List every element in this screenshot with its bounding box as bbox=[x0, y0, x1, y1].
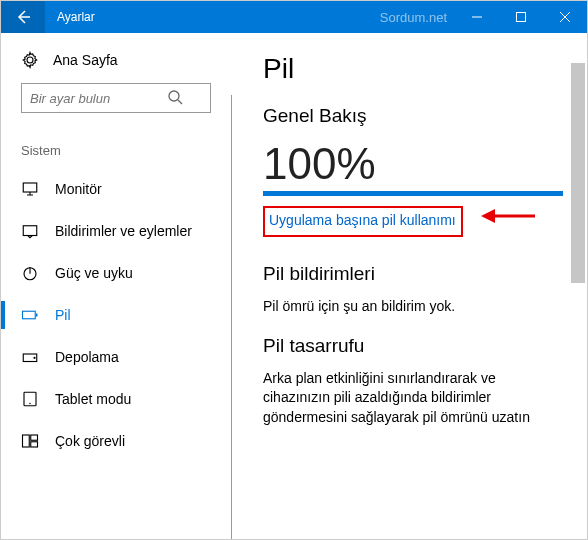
svg-rect-0 bbox=[517, 13, 526, 22]
storage-icon bbox=[21, 348, 39, 366]
sidebar-item-tablet[interactable]: Tablet modu bbox=[1, 378, 231, 420]
close-button[interactable] bbox=[543, 1, 587, 33]
overview-heading: Genel Bakış bbox=[263, 105, 563, 127]
svg-point-8 bbox=[33, 357, 35, 359]
titlebar: Ayarlar Sordum.net bbox=[1, 1, 587, 33]
scroll-thumb[interactable] bbox=[571, 63, 585, 283]
maximize-icon bbox=[516, 12, 526, 22]
svg-rect-2 bbox=[23, 183, 37, 192]
maximize-button[interactable] bbox=[499, 1, 543, 33]
search-container bbox=[1, 83, 231, 127]
sidebar-item-label: Depolama bbox=[55, 349, 119, 365]
sidebar-item-notifications[interactable]: Bildirimler ve eylemler bbox=[1, 210, 231, 252]
gear-icon bbox=[21, 51, 39, 69]
home-link[interactable]: Ana Sayfa bbox=[1, 33, 231, 83]
sidebar: Ana Sayfa Sistem Monitör Bildirimler ve … bbox=[1, 33, 231, 539]
notifications-body: Pil ömrü için şu an bildirim yok. bbox=[263, 297, 563, 317]
section-label: Sistem bbox=[1, 127, 231, 168]
svg-rect-11 bbox=[23, 435, 30, 447]
home-label: Ana Sayfa bbox=[53, 52, 118, 68]
svg-rect-13 bbox=[31, 442, 38, 447]
battery-percent: 100% bbox=[263, 139, 563, 189]
tablet-icon bbox=[21, 390, 39, 408]
sidebar-item-label: Tablet modu bbox=[55, 391, 131, 407]
svg-rect-6 bbox=[36, 314, 38, 317]
minimize-icon bbox=[472, 12, 482, 22]
arrow-annotation-icon bbox=[481, 207, 535, 225]
close-icon bbox=[560, 12, 570, 22]
display-icon bbox=[21, 180, 39, 198]
battery-progress bbox=[263, 191, 563, 196]
sidebar-item-label: Bildirimler ve eylemler bbox=[55, 223, 192, 239]
window-title: Ayarlar bbox=[45, 10, 380, 24]
sidebar-item-storage[interactable]: Depolama bbox=[1, 336, 231, 378]
saver-heading: Pil tasarrufu bbox=[263, 335, 563, 357]
minimize-button[interactable] bbox=[455, 1, 499, 33]
sidebar-item-multitask[interactable]: Çok görevli bbox=[1, 420, 231, 462]
svg-rect-5 bbox=[23, 311, 36, 319]
search-icon bbox=[167, 89, 183, 105]
scrollbar[interactable] bbox=[571, 33, 585, 539]
content: Ana Sayfa Sistem Monitör Bildirimler ve … bbox=[1, 33, 587, 539]
saver-body: Arka plan etkinliğini sınırlandırarak ve… bbox=[263, 369, 563, 428]
notifications-heading: Pil bildirimleri bbox=[263, 263, 563, 285]
notifications-icon bbox=[21, 222, 39, 240]
main-panel: Pil Genel Bakış 100% Uygulama başına pil… bbox=[231, 33, 587, 539]
svg-point-10 bbox=[29, 403, 31, 405]
divider bbox=[231, 95, 232, 539]
highlight-annotation: Uygulama başına pil kullanımı bbox=[263, 206, 463, 237]
sidebar-item-label: Güç ve uyku bbox=[55, 265, 133, 281]
power-icon bbox=[21, 264, 39, 282]
svg-rect-12 bbox=[31, 435, 38, 440]
page-title: Pil bbox=[263, 53, 563, 85]
sidebar-item-power[interactable]: Güç ve uyku bbox=[1, 252, 231, 294]
svg-point-1 bbox=[169, 91, 179, 101]
sidebar-item-monitor[interactable]: Monitör bbox=[1, 168, 231, 210]
sidebar-item-battery[interactable]: Pil bbox=[1, 294, 231, 336]
sidebar-item-label: Çok görevli bbox=[55, 433, 125, 449]
arrow-left-icon bbox=[15, 9, 31, 25]
sidebar-item-label: Monitör bbox=[55, 181, 102, 197]
back-button[interactable] bbox=[1, 1, 45, 33]
sidebar-item-label: Pil bbox=[55, 307, 71, 323]
per-app-usage-link[interactable]: Uygulama başına pil kullanımı bbox=[267, 208, 458, 232]
battery-icon bbox=[21, 306, 39, 324]
watermark: Sordum.net bbox=[380, 10, 455, 25]
multitask-icon bbox=[21, 432, 39, 450]
svg-rect-3 bbox=[23, 226, 37, 236]
